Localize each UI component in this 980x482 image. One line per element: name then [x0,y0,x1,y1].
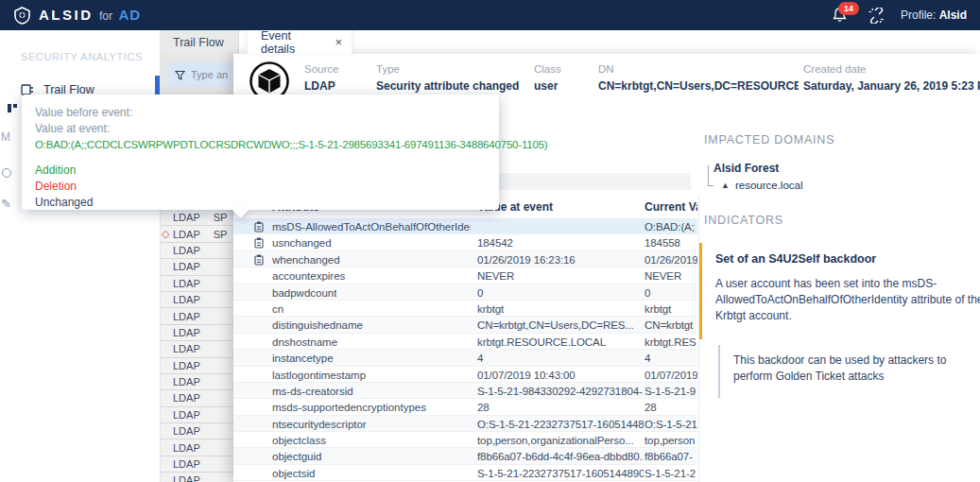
field-dn: DN CN=krbtgt,CN=Users,DC=RESOURCE... [598,63,799,93]
trailflow-event-row[interactable]: LDAP [161,374,233,390]
trailflow-event-row[interactable]: LDAP [161,292,233,308]
indicator-card-title: Set of an S4U2Self backdoor [715,252,980,266]
attribute-row[interactable]: badpwdcount00 [233,284,697,301]
attribute-row[interactable]: instancetype44 [233,350,697,366]
attribute-row[interactable]: objectguidf8b66a07-b6dd-4c4f-96ea-dbbd80… [233,448,697,464]
attribute-row[interactable]: objectsidS-1-5-21-2232737517-1605144890.… [233,465,697,481]
close-tab-icon[interactable]: × [335,35,342,49]
value-at-event: 28 [477,402,644,413]
attribute-name: ms-ds-creatorsid [272,386,353,397]
current-value: 4 [645,353,697,364]
attribute-row[interactable]: lastlogontimestamp01/07/2019 10:43:0001/… [233,367,697,383]
trailflow-event-row[interactable]: LDAP [161,390,233,406]
brand-ad: AD [118,7,141,23]
trailflow-event-row[interactable]: LDAP [161,473,233,482]
current-value: 0 [645,287,697,299]
trailflow-event-row[interactable]: ◇LDAPSP [161,226,233,242]
event-source: LDAP [173,229,200,240]
forest-node[interactable]: Alsid Forest [708,162,980,175]
attribute-name: lastlogontimestamp [272,370,366,381]
value-at-event: 0 [477,287,644,299]
current-value: O:BAD:(A; [645,221,697,232]
shield-logo-icon [13,7,31,25]
attributes-rows: msDS-AllowedToActOnBehalfOfOtherIdentity… [233,218,697,481]
current-value: S-1-5-21-2 [645,468,697,479]
trailflow-event-row[interactable]: LDAP [161,259,233,275]
sidebar-fragment-chart-icon [7,102,18,113]
trailflow-event-row[interactable]: LDAP [161,407,233,423]
column-current-value[interactable]: Current Va [645,200,697,214]
attribute-row[interactable]: dnshostnamekrbtgt.RESOURCE.LOCALkrbtgt.R… [233,334,697,350]
trailflow-event-row[interactable]: LDAP [161,308,233,324]
value-at-event: 01/07/2019 10:43:00 [477,370,644,381]
domain-node[interactable]: ▲ resource.local [721,180,980,191]
event-source: LDAP [173,360,200,371]
filter-text: Type an [191,69,228,80]
attribute-row[interactable]: objectclasstop,person,organizationalPers… [233,432,697,448]
value-at-event: O:S-1-5-21-2232737517-16051448... [477,419,644,430]
event-source: LDAP [173,376,200,387]
trailflow-event-row[interactable]: LDAP [161,439,233,456]
copy-attribute-icon[interactable] [254,254,264,266]
trailflow-event-row[interactable]: LDAP [161,243,233,259]
field-label: Source [304,63,338,75]
value-at-event: CN=krbtgt,CN=Users,DC=RES... [477,319,644,331]
trailflow-event-row[interactable]: LDAP [161,325,233,341]
trailflow-event-row[interactable]: LDAPSP [161,210,233,226]
attribute-name: objectsid [272,468,315,479]
tree-branch-line [708,165,714,186]
link-off-icon[interactable] [868,8,885,24]
field-type: Type Security attribute changed [376,63,519,93]
event-source: LDAP [173,261,200,272]
trailflow-event-row[interactable]: LDAP [161,276,233,292]
trailflow-event-row[interactable]: LDAP [161,456,233,473]
attribute-row[interactable]: distinguishednameCN=krbtgt,CN=Users,DC=R… [233,317,697,333]
current-value: 01/26/2019 [645,254,697,266]
indicator-card[interactable]: Set of an S4U2Self backdoor A user accou… [699,243,980,339]
trailflow-event-row[interactable]: LDAP [161,423,233,439]
trailflow-event-row[interactable]: LDAP [161,341,233,357]
trail-flow-filter-input[interactable]: Type an [168,62,233,87]
attribute-row[interactable]: ms-ds-creatorsidS-1-5-21-984330292-42927… [233,383,697,399]
attribute-name: usnchanged [272,237,332,249]
attribute-row[interactable]: msds-supportedencryptiontypes2828 [233,399,697,415]
event-source: LDAP [173,294,200,305]
current-value: S-1-5-21-9 [645,386,697,397]
notifications-bell-icon[interactable]: 14 [832,6,852,25]
alsid-app-window: ALSID for AD 14 Profile: [0,0,980,482]
event-rows: LDAPSP◇LDAPSPLDAPLDAPLDAPLDAPLDAPLDAPLDA… [161,210,233,482]
trailflow-event-row[interactable]: LDAP [161,358,233,374]
attribute-name: distinguishedname [272,319,363,331]
event-type-fragment: SP [214,212,228,223]
value-at-event: top,person,organizationalPerso... [477,435,644,446]
attribute-name: badpwdcount [272,287,336,299]
profile-menu[interactable]: Profile: Alsid [901,9,967,22]
attribute-row[interactable]: usnchanged184542184558 [233,234,697,250]
brand-name: ALSID [39,7,94,23]
attribute-row[interactable]: ntsecuritydescriptorO:S-1-5-21-223273751… [233,416,697,432]
tab-trail-flow[interactable]: Trail Flow [161,30,239,54]
value-at-event: NEVER [477,270,644,282]
copy-attribute-icon[interactable] [254,221,264,232]
impacted-domains-title: IMPACTED DOMAINS [699,133,980,146]
event-source: LDAP [173,458,200,470]
tab-event-details[interactable]: Event details × [248,30,352,54]
attribute-name: objectclass [272,435,326,446]
event-source: LDAP [173,425,200,437]
domain-triangle-icon: ▲ [721,181,730,190]
tab-label: Event details [261,29,323,56]
attribute-row[interactable]: accountexpiresNEVERNEVER [233,267,697,284]
current-value: krbtgt.RES [645,336,697,348]
attribute-row[interactable]: cnkrbtgtkrbtgt [233,301,697,317]
field-class: Class user [534,63,561,93]
field-value: user [534,79,561,93]
current-value: 184558 [645,237,697,249]
copy-attribute-icon[interactable] [254,237,264,249]
attribute-row[interactable]: msDS-AllowedToActOnBehalfOfOtherIdentity… [233,218,697,234]
attribute-name: msDS-AllowedToActOnBehalfOfOtherIdentity [272,221,471,232]
value-at-event: 4 [477,353,644,364]
attribute-row[interactable]: whenchanged01/26/2019 16:23:1601/26/2019 [233,251,697,267]
legend-unchanged: Unchanged [35,195,499,211]
event-type-fragment: SP [214,229,228,240]
domain-name: resource.local [735,180,803,191]
